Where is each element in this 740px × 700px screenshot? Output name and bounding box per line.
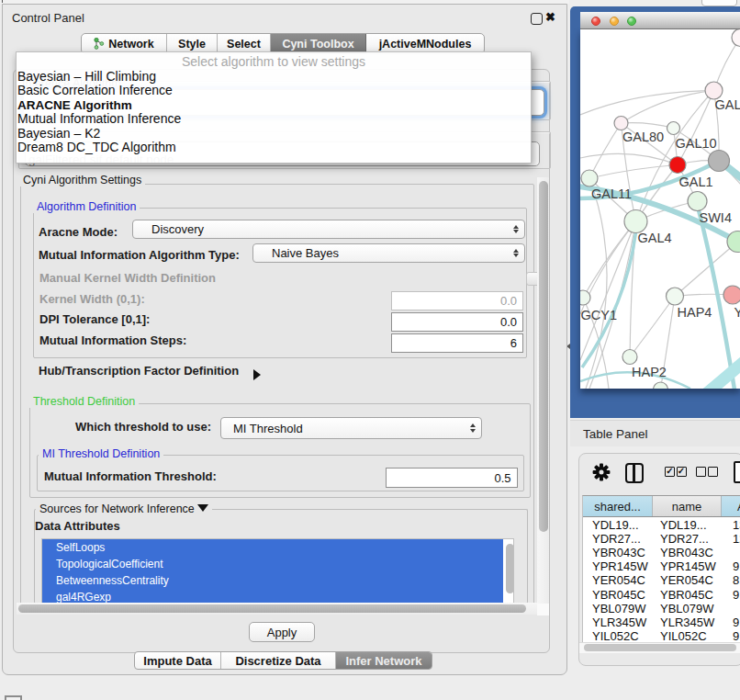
network-edge[interactable] — [589, 165, 678, 179]
menu-item-basic-correlation-inference[interactable]: Basic Correlation Inference — [17, 84, 531, 98]
network-node-gal10[interactable] — [667, 122, 680, 135]
select-all-icon[interactable]: ✓ — [665, 467, 675, 477]
table-row[interactable]: YLR345WYLR345W9. — [583, 615, 740, 629]
dpi-tolerance-label: DPI Tolerance [0,1]: — [39, 312, 150, 326]
attributes-scrollbar-thumb[interactable] — [506, 544, 514, 593]
tab-style[interactable]: Style — [167, 34, 218, 53]
corner-button[interactable] — [5, 695, 22, 700]
table-cell: YBR045C — [583, 588, 653, 602]
mi-threshold-title: MI Threshold Definition — [39, 447, 163, 460]
dpi-tolerance-field[interactable]: 0.0 — [391, 312, 523, 332]
menu-item-aracne-algorithm[interactable]: ARACNE Algorithm — [17, 98, 531, 113]
mi-steps-value: 6 — [510, 336, 517, 350]
kernel-width-field[interactable]: 0.0 — [391, 291, 523, 310]
network-node-gal1[interactable] — [669, 157, 686, 174]
network-node-y[interactable] — [723, 286, 740, 304]
deselect-all-icon[interactable] — [708, 467, 718, 477]
select-all-icon[interactable]: ✓ — [677, 467, 687, 477]
mi-algorithm-type-combobox[interactable]: Naive Bayes — [252, 243, 525, 263]
expand-arrow-icon[interactable] — [253, 369, 261, 380]
network-window-titlebar[interactable] — [580, 12, 740, 29]
data-attributes-list[interactable]: SelfLoopsTopologicalCoefficientBetweenne… — [41, 538, 514, 604]
network-edge[interactable] — [580, 91, 714, 116]
table-panel-titlebar[interactable]: Table Panel — [570, 420, 740, 446]
toolbar-button-remnant[interactable] — [701, 0, 737, 6]
table-cell: YER054C — [653, 573, 722, 587]
data-attributes-label: Data Attributes — [35, 519, 120, 533]
network-edge[interactable] — [630, 297, 675, 357]
network-edge[interactable] — [622, 123, 674, 129]
tab-network[interactable]: Network — [82, 34, 167, 53]
tab-select[interactable]: Select — [218, 34, 271, 53]
menu-item-bayesian-k2[interactable]: Bayesian – K2 — [17, 127, 531, 141]
float-icon[interactable] — [531, 13, 543, 25]
table-row[interactable]: YER054CYER054C8. — [583, 573, 740, 587]
column-header-name[interactable]: name — [653, 496, 722, 516]
menu-item-dream8-dc-tdc-algorithm[interactable]: Dream8 DC_TDC Algorithm — [17, 141, 531, 155]
network-edge[interactable] — [580, 221, 636, 360]
settings-hscrollbar-thumb[interactable] — [18, 604, 526, 613]
network-node[interactable] — [732, 29, 740, 47]
network-node-gcy1[interactable] — [580, 290, 590, 305]
table-row[interactable]: YDL19...YDL19...13 — [583, 518, 740, 532]
columns-icon[interactable] — [625, 463, 644, 483]
attribute-item[interactable]: TopologicalCoefficient — [42, 556, 503, 572]
table-row[interactable]: YDR27...YDR27...12 — [583, 532, 740, 546]
attribute-item[interactable]: BetweennessCentrality — [42, 572, 503, 589]
network-node-gal80[interactable] — [614, 117, 628, 130]
table-row[interactable]: YBR045CYBR045C9. — [583, 588, 740, 602]
aracne-mode-combobox[interactable]: Discovery — [132, 220, 525, 239]
crop-artifact — [2, 0, 4, 3]
table-row[interactable]: YBR043CYBR043C — [583, 546, 740, 559]
gear-icon[interactable] — [592, 463, 611, 481]
tab-infer-network[interactable]: Infer Network — [336, 652, 432, 669]
attribute-item[interactable]: SelfLoops — [42, 539, 503, 556]
tab-discretize-data[interactable]: Discretize Data — [221, 652, 336, 669]
tab-cyni-toolbox[interactable]: Cyni Toolbox — [271, 34, 366, 53]
deselect-all-icon[interactable] — [696, 467, 706, 477]
manual-kernel-width-label: Manual Kernel Width Definition — [39, 271, 216, 285]
close-traffic-light[interactable] — [591, 17, 600, 26]
close-icon[interactable]: ✖ — [545, 10, 555, 24]
collapse-arrow-icon[interactable] — [197, 504, 208, 512]
table-cell — [722, 602, 740, 615]
network-node-swi4[interactable] — [688, 192, 707, 211]
algorithm-dropdown-menu: Select algorithm to view settings Bayesi… — [16, 51, 532, 164]
table-hscrollbar-thumb[interactable] — [584, 644, 736, 651]
network-node-hap2[interactable] — [622, 350, 637, 365]
aracne-mode-label: Aracne Mode: — [39, 225, 118, 239]
table-row[interactable]: YIL052CYIL052C9. — [583, 629, 740, 643]
network-node-gal11[interactable] — [581, 170, 598, 186]
network-node-gal4[interactable] — [624, 210, 647, 233]
node-label: GAL10 — [676, 136, 717, 151]
minimize-traffic-light[interactable] — [610, 17, 619, 26]
document-icon[interactable] — [734, 461, 740, 483]
table-cell: YIL052C — [653, 629, 722, 643]
network-edge[interactable] — [589, 123, 622, 178]
gene-table[interactable]: shared...nameA YDL19...YDL19...13YDR27..… — [582, 495, 740, 653]
tab-label: Cyni Toolbox — [282, 38, 353, 51]
apply-button[interactable]: Apply — [249, 622, 315, 642]
table-cell: 8. — [722, 573, 740, 587]
mi-steps-field[interactable]: 6 — [391, 333, 523, 353]
settings-vscrollbar-thumb[interactable] — [539, 181, 548, 532]
tab-jactivemnodules[interactable]: jActiveMNodules — [366, 34, 484, 53]
tab-impute-data[interactable]: Impute Data — [135, 652, 221, 669]
tab-label: Network — [108, 38, 153, 51]
mi-threshold-label: Mutual Information Threshold: — [44, 469, 217, 483]
zoom-traffic-light[interactable] — [627, 17, 636, 26]
column-header-a[interactable]: A — [722, 496, 740, 516]
column-header-shared-[interactable]: shared... — [583, 496, 653, 516]
menu-item-mutual-information-inference[interactable]: Mutual Information Inference — [17, 112, 531, 127]
network-node[interactable] — [709, 151, 730, 172]
table-row[interactable]: YPR145WYPR145W9. — [583, 559, 740, 573]
node-label: GAL4 — [638, 231, 672, 245]
menu-item-bayesian-hill-climbing[interactable]: Bayesian – Hill Climbing — [17, 70, 531, 85]
network-canvas[interactable]: GALGAL80GAL10GAL1GAL11SWI4GAL4GCY1HAP4YH… — [580, 29, 740, 389]
mi-threshold-field[interactable]: 0.5 — [386, 468, 518, 488]
table-row[interactable]: YBL079WYBL079W — [583, 602, 740, 615]
combo-arrows-icon — [470, 418, 476, 438]
which-threshold-combobox[interactable]: MI Threshold — [220, 417, 482, 439]
network-node[interactable] — [654, 382, 668, 389]
network-node-hap4[interactable] — [667, 288, 684, 305]
